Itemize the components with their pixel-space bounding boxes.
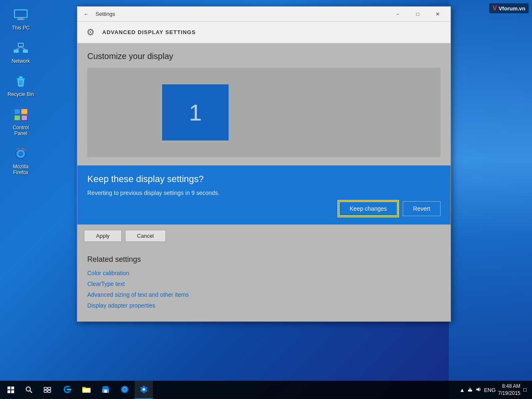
task-view-button[interactable] [38,381,57,399]
desktop-icon-firefox[interactable]: Mozilla Firefox [4,143,37,178]
svg-rect-44 [468,390,472,392]
desktop-icons: This PC Network [4,4,37,178]
monitor-box[interactable]: 1 [162,84,229,140]
title-bar-controls: − □ ✕ [388,7,447,22]
taskbar-apps [58,381,153,399]
minimize-button[interactable]: − [388,7,407,22]
taskbar-edge[interactable] [58,381,76,399]
svg-point-25 [18,151,23,156]
keep-changes-button[interactable]: Keep changes [339,201,398,216]
tray-notifications[interactable]: ☐ [523,387,527,393]
tray-volume [475,387,481,393]
taskbar-tray: ▲ ENG [460,387,496,393]
desktop-icon-label-firefox: Mozilla Firefox [7,164,35,175]
settings-header: ⚙ ADVANCED DISPLAY SETTINGS [77,22,451,43]
display-preview: 1 [87,68,441,157]
svg-rect-11 [19,76,22,78]
taskbar-firefox[interactable] [116,381,134,399]
svg-rect-35 [48,390,51,392]
desktop-icon-this-pc[interactable]: This PC [4,4,37,33]
svg-rect-28 [7,390,10,393]
desktop: V Vforum.vn This PC [0,0,532,399]
cleartype-link[interactable]: ClearType text [87,281,441,287]
svg-rect-29 [11,390,14,393]
tray-network [467,387,473,393]
taskbar: ▲ ENG 8:48 AM 7/1 [0,381,532,399]
svg-rect-3 [17,19,25,20]
taskbar-store[interactable] [96,381,115,399]
svg-line-9 [21,47,25,49]
desktop-icon-label-pc: This PC [12,25,30,31]
pc-icon [12,7,29,23]
search-button[interactable] [20,381,38,399]
svg-rect-37 [83,389,90,392]
svg-rect-22 [22,116,27,120]
taskbar-settings[interactable] [135,381,153,399]
taskbar-right: ▲ ENG 8:48 AM 7/1 [460,383,530,397]
related-settings-title: Related settings [87,255,441,264]
svg-rect-39 [104,390,107,393]
related-settings: Related settings Color calibration Clear… [77,247,451,321]
desktop-icon-recycle-bin[interactable]: Recycle Bin [4,71,37,100]
settings-content: Customize your display 1 [77,43,451,165]
taskbar-clock[interactable]: 8:48 AM 7/19/2015 [498,383,520,397]
taskbar-explorer[interactable] [77,381,96,399]
tray-language[interactable]: ENG [484,387,495,393]
svg-rect-46 [470,387,470,389]
svg-line-8 [16,47,21,49]
svg-rect-5 [19,44,23,46]
svg-rect-45 [469,389,471,390]
display-adapter-link[interactable]: Display adapter properties [87,302,441,309]
apply-button[interactable]: Apply [84,230,122,242]
recycle-icon [12,73,29,90]
color-calibration-link[interactable]: Color calibration [87,270,441,276]
cancel-button[interactable]: Cancel [125,230,166,242]
desktop-icon-label-recycle: Recycle Bin [7,91,34,97]
section-title: Customize your display [87,52,441,61]
svg-rect-2 [18,18,23,19]
advanced-sizing-link[interactable]: Advanced sizing of text and other items [87,291,441,298]
svg-rect-27 [11,387,14,389]
start-button[interactable] [2,381,20,399]
tray-chevron[interactable]: ▲ [460,387,465,393]
desktop-icon-network[interactable]: Network [4,37,37,66]
svg-rect-1 [15,10,27,17]
action-buttons: Apply Cancel [77,224,451,247]
settings-window: ← Settings − □ ✕ ⚙ ADVANCED DISPLAY SETT… [77,6,451,322]
back-button[interactable]: ← [81,8,92,20]
window-title: Settings [96,11,388,17]
svg-point-42 [123,388,126,391]
title-bar: ← Settings − □ ✕ [77,7,451,22]
control-panel-icon [12,106,29,123]
notification-question: Keep these display settings? [87,174,441,185]
svg-rect-26 [7,387,10,389]
revert-button[interactable]: Revert [403,201,441,216]
notification-buttons: Keep changes Revert [87,201,441,216]
vforum-logo: V Vforum.vn [489,3,529,13]
svg-point-43 [143,388,145,391]
maximize-button[interactable]: □ [408,7,427,22]
network-icon [12,40,29,57]
gear-icon: ⚙ [84,26,97,39]
svg-line-31 [30,391,32,393]
svg-marker-47 [476,387,479,392]
svg-point-30 [26,387,30,391]
svg-rect-32 [44,387,47,389]
desktop-icon-label-cp: Control Panel [7,125,35,136]
svg-rect-20 [15,116,20,120]
notification-bar: Keep these display settings? Reverting t… [77,165,451,224]
firefox-icon [12,145,29,162]
svg-rect-18 [22,109,27,114]
svg-rect-33 [48,387,51,389]
svg-rect-16 [15,109,20,114]
monitor-number: 1 [189,99,202,126]
close-button[interactable]: ✕ [428,7,447,22]
svg-rect-7 [23,49,28,53]
svg-rect-34 [44,390,47,392]
notification-countdown: Reverting to previous display settings i… [87,190,441,196]
desktop-icon-control-panel[interactable]: Control Panel [4,104,37,139]
settings-header-title: ADVANCED DISPLAY SETTINGS [102,29,196,35]
desktop-icon-label-network: Network [12,58,30,64]
svg-rect-6 [14,49,19,53]
